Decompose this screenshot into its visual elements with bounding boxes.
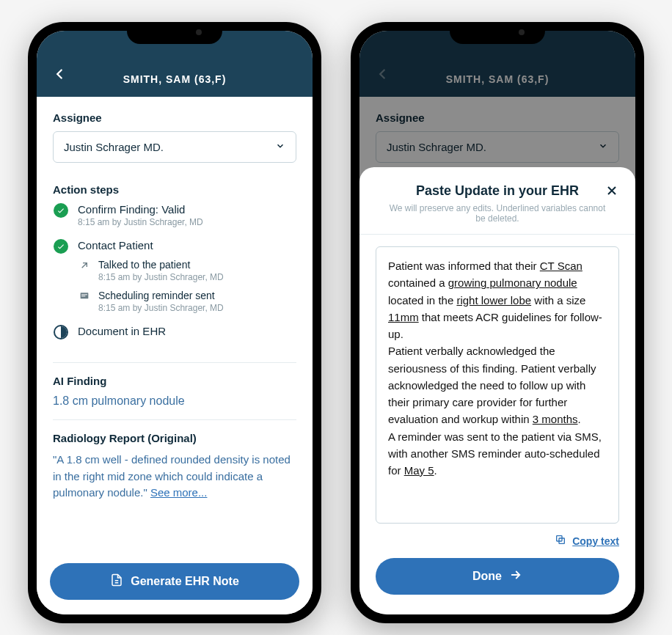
done-label: Done xyxy=(472,570,502,583)
action-steps-label: Action steps xyxy=(53,183,296,196)
copy-text-button[interactable]: Copy text xyxy=(376,534,619,548)
phone-screen: SMITH, SAM (63,F) Assignee Justin Schrag… xyxy=(359,31,635,614)
generate-button-label: Generate EHR Note xyxy=(131,575,239,588)
ai-finding-value: 1.8 cm pulmonary nodule xyxy=(53,394,296,408)
phone-screen: SMITH, SAM (63,F) Assignee Justin Schrag… xyxy=(37,31,313,614)
check-icon xyxy=(54,239,68,254)
back-button[interactable] xyxy=(51,66,67,85)
generate-ehr-button[interactable]: Generate EHR Note xyxy=(50,563,299,600)
svg-rect-2 xyxy=(81,296,85,296)
substep-talked: Talked to the patient 8:15 am by Justin … xyxy=(78,259,296,282)
close-button[interactable] xyxy=(605,183,619,201)
done-button[interactable]: Done xyxy=(376,558,619,595)
substep-title: Scheduling reminder sent xyxy=(98,290,224,301)
step-meta: 8:15 am by Justin Schrager, MD xyxy=(78,217,296,227)
phone-mockup-right: SMITH, SAM (63,F) Assignee Justin Schrag… xyxy=(351,22,644,623)
note-icon xyxy=(78,290,91,303)
svg-rect-1 xyxy=(81,294,87,295)
step-title: Contact Patient xyxy=(78,239,296,252)
patient-title: SMITH, SAM (63,F) xyxy=(51,73,298,85)
assignee-value: Justin Schrager MD. xyxy=(64,141,164,153)
document-icon xyxy=(110,573,123,590)
arrow-up-right-icon xyxy=(78,259,91,272)
assignee-label: Assignee xyxy=(53,111,296,124)
half-circle-icon xyxy=(54,325,68,339)
var-ct-scan: CT Scan xyxy=(540,260,582,272)
action-steps-list: Confirm Finding: Valid 8:15 am by Justin… xyxy=(53,203,296,350)
var-timeframe: 3 months xyxy=(533,413,578,425)
step-title: Confirm Finding: Valid xyxy=(78,203,296,216)
sheet-subtitle: We will preserve any edits. Underlined v… xyxy=(376,203,619,224)
step-title: Document in EHR xyxy=(78,325,296,337)
chevron-down-icon xyxy=(275,141,285,153)
assignee-select[interactable]: Justin Schrager MD. xyxy=(53,131,296,163)
substep-title: Talked to the patient xyxy=(98,259,224,271)
phone-mockup-left: SMITH, SAM (63,F) Assignee Justin Schrag… xyxy=(28,22,321,623)
substep-reminder: Scheduling reminder sent 8:15 am by Just… xyxy=(78,290,296,313)
step-document-ehr: Document in EHR xyxy=(53,325,296,350)
see-more-link[interactable]: See more... xyxy=(150,486,208,499)
phone-notch xyxy=(450,22,545,44)
arrow-right-icon xyxy=(509,568,522,584)
substep-meta: 8:15 am by Justin Schrager, MD xyxy=(98,303,224,313)
var-location: right lower lobe xyxy=(456,294,531,307)
divider xyxy=(53,362,296,363)
var-size: 11mm xyxy=(388,311,419,323)
ehr-note-text[interactable]: Patient was informed that their CT Scan … xyxy=(376,246,619,524)
substep-meta: 8:15 am by Justin Schrager, MD xyxy=(98,272,224,282)
footer: Generate EHR Note xyxy=(37,553,313,614)
divider xyxy=(53,419,296,420)
copy-label: Copy text xyxy=(572,535,619,547)
step-confirm-finding: Confirm Finding: Valid 8:15 am by Justin… xyxy=(53,203,296,239)
divider xyxy=(359,234,635,235)
check-icon xyxy=(54,203,68,218)
phone-notch xyxy=(127,22,222,44)
main-content: Assignee Justin Schrager MD. Action step… xyxy=(37,97,313,559)
sheet-title: Paste Update in your EHR xyxy=(416,183,579,199)
ehr-sheet: Paste Update in your EHR We will preserv… xyxy=(359,167,635,614)
report-label: Radiology Report (Original) xyxy=(53,432,296,444)
report-text: "A 1.8 cm well - defined rounded density… xyxy=(53,452,296,502)
step-contact-patient: Contact Patient Talked to the patient 8:… xyxy=(53,239,296,325)
var-finding: growing pulmonary nodule xyxy=(448,276,577,289)
ai-finding-label: AI Finding xyxy=(53,375,296,387)
copy-icon xyxy=(555,534,566,548)
var-date: May 5 xyxy=(404,464,434,477)
